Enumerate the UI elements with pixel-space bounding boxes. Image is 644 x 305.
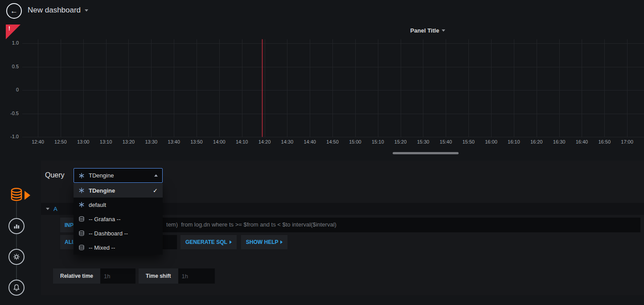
panel-error-corner[interactable]: ! <box>6 25 21 39</box>
panel-title-menu[interactable]: Panel Title <box>400 26 455 35</box>
annotation-line <box>262 39 263 137</box>
y-axis-tick-label: 1.0 <box>4 40 19 45</box>
grid-line-vertical <box>197 39 197 137</box>
back-button[interactable]: ← <box>6 3 22 19</box>
grid-line-vertical <box>355 39 356 137</box>
tab-general[interactable] <box>8 249 25 265</box>
bar-chart-icon <box>13 223 20 230</box>
dropdown-option-tdengine[interactable]: TDengine ✓ <box>74 183 163 198</box>
plot-area[interactable]: 12:4012:5013:0013:1013:2013:3013:4013:50… <box>22 39 644 137</box>
option-label: -- Grafana -- <box>89 216 121 223</box>
relative-time-label: Relative time <box>53 268 100 284</box>
grid-line-vertical <box>582 39 582 137</box>
grid-line-vertical <box>151 39 152 137</box>
grid-line-horizontal <box>22 43 644 44</box>
grafana-dashboard-editor: ← New dashboard ! Panel Title 12:4012:50… <box>0 0 644 305</box>
panel-title: Panel Title <box>410 27 439 34</box>
database-icon <box>78 216 85 222</box>
grid-line-vertical <box>38 39 38 137</box>
sql-input[interactable]: tem) from log.dn where ts >= $from and t… <box>99 218 640 232</box>
database-icon <box>78 244 85 251</box>
y-axis-tick-label: 0 <box>4 87 19 92</box>
datasource-selected-value: TDengine <box>89 172 150 179</box>
y-axis-tick-label: 0.5 <box>4 64 19 69</box>
grid-line-horizontal <box>22 67 644 67</box>
grid-line-vertical <box>468 39 469 137</box>
tab-visualization[interactable] <box>8 218 25 234</box>
grid-line-vertical <box>106 39 107 137</box>
option-label: -- Dashboard -- <box>89 230 128 237</box>
tab-queries[interactable] <box>8 186 25 204</box>
show-help-label: SHOW HELP <box>246 239 279 245</box>
dropdown-option-default[interactable]: default <box>74 198 163 212</box>
sql-text: tem) from log.dn where ts >= $from and t… <box>166 221 336 228</box>
chevron-up-icon <box>154 174 158 177</box>
chevron-down-icon <box>442 29 445 32</box>
back-arrow-icon: ← <box>10 7 18 16</box>
datasource-dropdown-menu: TDengine ✓ default -- Grafana -- <box>74 183 163 255</box>
grid-line-vertical <box>537 39 537 137</box>
collapse-caret-icon <box>46 208 49 210</box>
grid-line-vertical <box>332 39 333 137</box>
tdengine-icon <box>78 173 85 179</box>
database-icon <box>8 186 25 204</box>
y-axis-tick-label: -0.5 <box>4 111 19 116</box>
gear-icon <box>12 253 21 261</box>
grid-line-vertical <box>604 39 605 137</box>
chevron-right-icon <box>280 240 283 244</box>
grid-line-vertical <box>310 39 310 137</box>
grid-line-vertical <box>514 39 514 137</box>
grid-line-vertical <box>491 39 492 137</box>
show-help-button[interactable]: SHOW HELP <box>241 235 288 249</box>
query-editor-section: Query TDengine TDengine ✓ <box>41 161 644 295</box>
grid-line-vertical <box>446 39 446 137</box>
grid-line-horizontal <box>22 114 644 114</box>
grid-line-vertical <box>378 39 378 137</box>
option-label: TDengine <box>89 187 115 194</box>
grid-line-vertical <box>219 39 220 137</box>
relative-time-input[interactable] <box>100 268 135 284</box>
bell-icon <box>12 284 21 292</box>
error-exclamation-icon: ! <box>8 25 10 32</box>
grid-line-horizontal <box>22 90 644 91</box>
horizontal-scrollbar-thumb[interactable] <box>393 152 459 154</box>
grid-line-vertical <box>401 39 401 137</box>
query-section-label: Query <box>45 171 65 179</box>
generate-sql-label: GENERATE SQL <box>185 239 227 245</box>
generate-sql-button[interactable]: GENERATE SQL <box>180 235 237 249</box>
y-axis-tick-label: -1.0 <box>4 134 19 139</box>
grid-line-vertical <box>423 39 423 137</box>
dropdown-option-grafana[interactable]: -- Grafana -- <box>74 212 163 226</box>
tdengine-icon <box>78 202 85 208</box>
time-shift-input[interactable] <box>178 268 215 284</box>
datasource-select[interactable]: TDengine <box>74 168 163 183</box>
grid-line-vertical <box>128 39 129 137</box>
grid-line-vertical <box>174 39 174 137</box>
active-tab-arrow-icon <box>25 191 30 200</box>
tab-alert[interactable] <box>8 280 25 296</box>
grid-line-vertical <box>627 39 628 137</box>
tab-connector-line <box>16 202 17 289</box>
grid-line-vertical <box>242 39 242 137</box>
chevron-right-icon <box>230 240 232 244</box>
dropdown-option-mixed[interactable]: -- Mixed -- <box>74 240 163 255</box>
grid-line-vertical <box>61 39 61 137</box>
chevron-down-icon <box>85 9 88 12</box>
query-ref-letter: A <box>53 206 57 212</box>
tdengine-icon <box>78 187 85 194</box>
dropdown-option-dashboard[interactable]: -- Dashboard -- <box>74 226 163 240</box>
option-label: -- Mixed -- <box>89 244 115 251</box>
database-icon <box>78 230 85 236</box>
dashboard-title-menu[interactable]: New dashboard <box>28 6 88 15</box>
dashboard-title: New dashboard <box>28 6 81 15</box>
x-axis-tick-label: 17:00 <box>614 139 640 144</box>
grid-line-vertical <box>83 39 84 137</box>
grid-line-vertical <box>265 39 265 137</box>
time-shift-label: Time shift <box>139 268 178 284</box>
time-options-row: Relative time Time shift <box>53 268 215 284</box>
grid-line-vertical <box>559 39 560 137</box>
grid-line-horizontal <box>22 137 644 137</box>
option-label: default <box>89 202 106 208</box>
check-icon: ✓ <box>153 187 158 194</box>
grid-line-vertical <box>287 39 287 137</box>
